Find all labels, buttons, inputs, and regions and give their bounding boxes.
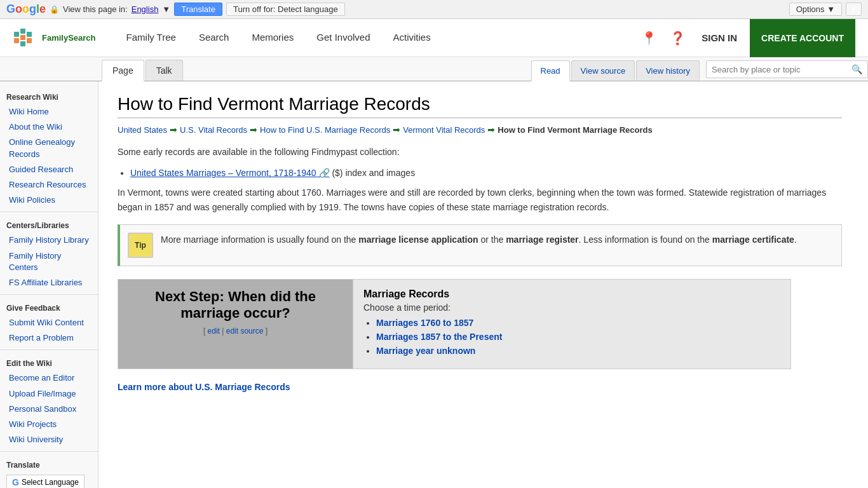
svg-rect-1 <box>14 38 19 43</box>
sidebar-item-guided-research[interactable]: Guided Research <box>0 162 98 177</box>
tip-icon: Tip <box>128 233 153 258</box>
sidebar-item-wiki-policies[interactable]: Wiki Policies <box>0 193 98 208</box>
translate-button[interactable]: Translate <box>174 3 222 16</box>
sidebar-item-upload-file[interactable]: Upload File/Image <box>0 386 98 402</box>
sidebar-item-wiki-projects[interactable]: Wiki Projects <box>0 417 98 432</box>
wiki-search-input[interactable] <box>707 65 846 74</box>
svg-rect-6 <box>27 38 32 43</box>
nav-memories[interactable]: Memories <box>240 19 305 57</box>
intro-text: Some early records are available in the … <box>118 145 842 159</box>
next-step-cell: Next Step: When did the marriage occur? … <box>118 280 353 369</box>
page-title: How to Find Vermont Marriage Records <box>118 94 842 118</box>
body-text: In Vermont, towns were created starting … <box>118 186 842 214</box>
svg-rect-4 <box>20 41 25 46</box>
lock-icon: 🔒 <box>50 5 59 14</box>
sidebar-item-family-history-centers[interactable]: Family History Centers <box>0 248 98 275</box>
location-icon-btn[interactable]: 📍 <box>638 27 660 49</box>
next-step-edit: [ edit | edit source ] <box>128 327 342 336</box>
svg-rect-2 <box>20 29 25 34</box>
learn-more-section: Learn more about U.S. Marriage Records <box>118 382 842 392</box>
records-link-1[interactable]: Marriages 1760 to 1857 <box>376 318 473 328</box>
create-account-button[interactable]: CREATE ACCOUNT <box>750 19 855 57</box>
breadcrumb-vermont-vital[interactable]: Vermont Vital Records <box>403 125 485 135</box>
wiki-search-box: 🔍 <box>706 60 868 78</box>
edit-source-link[interactable]: edit source <box>226 327 264 336</box>
svg-rect-0 <box>14 32 19 37</box>
breadcrumb-current: How to Find Vermont Marriage Records <box>498 125 652 135</box>
collection-suffix: ($) index and images <box>332 168 415 178</box>
research-wiki-title: Research Wiki <box>0 88 98 104</box>
records-item-1: Marriages 1760 to 1857 <box>376 318 780 328</box>
select-language-button[interactable]: G Select Language <box>6 475 85 488</box>
marriage-table: Next Step: When did the marriage occur? … <box>118 279 791 369</box>
page-layout: Research Wiki Wiki Home About the Wiki O… <box>0 81 868 488</box>
learn-more-link[interactable]: Learn more about U.S. Marriage Records <box>118 382 290 392</box>
sidebar-item-fs-affiliate-libraries[interactable]: FS Affiliate Libraries <box>0 275 98 290</box>
wiki-actions: Read View source View history 🔍 <box>530 60 869 81</box>
records-item-3: Marriage year unknown <box>376 346 780 356</box>
records-list: Marriages 1760 to 1857 Marriages 1857 to… <box>376 318 780 356</box>
read-link[interactable]: Read <box>531 60 570 81</box>
language-select[interactable]: English <box>132 4 159 14</box>
view-history-link[interactable]: View history <box>636 60 700 81</box>
records-subtitle: Choose a time period: <box>363 302 780 313</box>
breadcrumb-us[interactable]: United States <box>118 125 167 135</box>
sidebar-item-personal-sandbox[interactable]: Personal Sandbox <box>0 402 98 417</box>
tip-box: Tip More marriage information is usually… <box>118 224 842 266</box>
turn-off-button[interactable]: Turn off for: Detect language <box>226 3 345 16</box>
translate-prefix: View this page in: <box>63 4 128 14</box>
tip-bold-1: marriage license application <box>358 234 478 245</box>
svg-rect-5 <box>27 32 32 37</box>
view-source-link[interactable]: View source <box>571 60 635 81</box>
sidebar-item-research-resources[interactable]: Research Resources <box>0 177 98 193</box>
tip-text-3: . Less information is found on the <box>579 234 712 245</box>
sidebar-item-wiki-university[interactable]: Wiki University <box>0 432 98 447</box>
nav-get-involved[interactable]: Get Involved <box>305 19 381 57</box>
tab-container: Page Talk <box>102 60 530 81</box>
breadcrumb-us-vital[interactable]: U.S. Vital Records <box>180 125 247 135</box>
sidebar-item-become-editor[interactable]: Become an Editor <box>0 370 98 386</box>
collection-list: United States Marriages – Vermont, 1718-… <box>130 168 842 178</box>
options-button[interactable]: Options ▼ <box>789 3 842 16</box>
records-link-2[interactable]: Marriages 1857 to the Present <box>376 332 502 342</box>
sidebar-item-family-history-library[interactable]: Family History Library <box>0 233 98 248</box>
collection-item: United States Marriages – Vermont, 1718-… <box>130 168 842 178</box>
sidebar-item-submit-wiki-content[interactable]: Submit Wiki Content <box>0 315 98 330</box>
logo-link[interactable]: FamilySearch <box>13 25 96 51</box>
records-title: Marriage Records <box>363 288 780 300</box>
tip-bold-3: marriage certificate <box>712 234 794 245</box>
breadcrumb: United States ➡ U.S. Vital Records ➡ How… <box>118 125 842 135</box>
google-logo: Google <box>6 3 46 16</box>
breadcrumb-us-marriage[interactable]: How to Find U.S. Marriage Records <box>260 125 390 135</box>
main-content: How to Find Vermont Marriage Records Uni… <box>98 81 861 488</box>
familysearch-logo-icon <box>13 25 38 51</box>
wiki-action-bar: Page Talk Read View source View history … <box>0 57 868 81</box>
records-item-2: Marriages 1857 to the Present <box>376 332 780 342</box>
close-button[interactable]: ✕ <box>846 3 862 16</box>
nav-activities[interactable]: Activities <box>382 19 442 57</box>
nav-search[interactable]: Search <box>187 19 241 57</box>
help-icon-btn[interactable]: ❓ <box>667 27 689 49</box>
records-link-3[interactable]: Marriage year unknown <box>376 346 475 356</box>
sign-in-button[interactable]: SIGN IN <box>695 32 743 43</box>
tip-bold-2: marriage register <box>506 234 578 245</box>
edit-wiki-title: Edit the Wiki <box>0 354 98 370</box>
tab-page[interactable]: Page <box>102 60 144 81</box>
edit-link[interactable]: edit <box>208 327 220 336</box>
sidebar: Research Wiki Wiki Home About the Wiki O… <box>0 81 98 488</box>
header-actions: 📍 ❓ SIGN IN CREATE ACCOUNT <box>638 19 855 57</box>
breadcrumb-arrow-4: ➡ <box>487 125 495 135</box>
nav-family-tree[interactable]: Family Tree <box>115 19 187 57</box>
translate-title: Translate <box>0 456 98 472</box>
wiki-search-button[interactable]: 🔍 <box>846 64 867 74</box>
breadcrumb-arrow-3: ➡ <box>393 125 400 135</box>
sidebar-item-about-wiki[interactable]: About the Wiki <box>0 119 98 135</box>
breadcrumb-arrow-2: ➡ <box>250 125 257 135</box>
tip-text-4: . <box>794 234 797 245</box>
tab-talk[interactable]: Talk <box>146 60 183 81</box>
collection-link[interactable]: United States Marriages – Vermont, 1718-… <box>130 168 330 178</box>
main-header: FamilySearch Family Tree Search Memories… <box>0 19 868 57</box>
sidebar-item-online-genealogy[interactable]: Online Genealogy Records <box>0 135 98 161</box>
sidebar-item-report-problem[interactable]: Report a Problem <box>0 330 98 346</box>
sidebar-item-wiki-home[interactable]: Wiki Home <box>0 104 98 119</box>
